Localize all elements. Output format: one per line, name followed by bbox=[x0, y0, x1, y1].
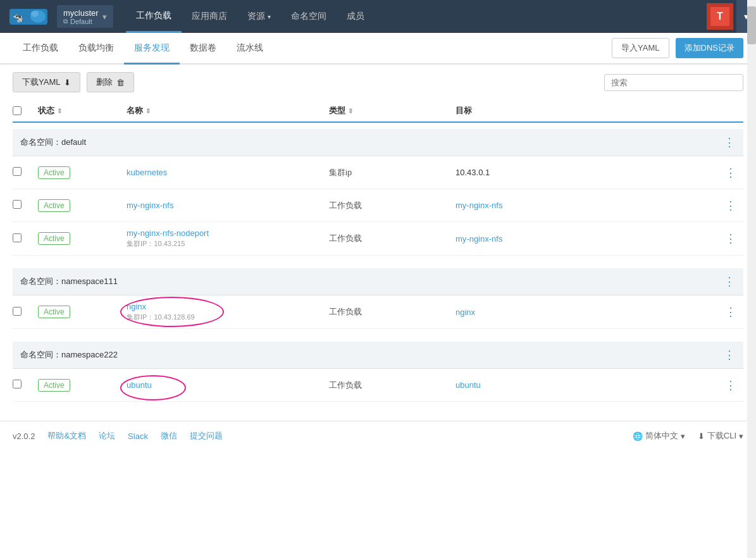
footer-link-help[interactable]: 帮助&文档 bbox=[47, 430, 86, 442]
ns-header-default: 命名空间：default ⋮ bbox=[13, 129, 743, 156]
table-row: Active ubuntu 工作负载 ubuntu ⋮ bbox=[13, 369, 743, 402]
nav-workload-label: 工作负载 bbox=[136, 10, 171, 22]
sub-tab-actions: 导入YAML 添加DNS记录 bbox=[612, 38, 743, 58]
status-badge-kubernetes: Active bbox=[38, 166, 70, 179]
toolbar: 下载YAML ⬇ 删除 🗑 bbox=[0, 65, 756, 100]
name-cell-nginx: nginx 集群IP：10.43.128.69 bbox=[127, 302, 329, 322]
ns-header-namespace111: 命名空间：namespace111 ⋮ bbox=[13, 268, 743, 295]
version: v2.0.2 bbox=[13, 431, 35, 441]
search-input[interactable] bbox=[604, 74, 743, 91]
row-checkbox-my-nginx-nfs[interactable] bbox=[13, 200, 22, 209]
logo: 🐄 bbox=[6, 4, 51, 29]
tab-workload[interactable]: 工作负载 bbox=[13, 33, 68, 65]
download-cli-label: 下载CLI bbox=[707, 430, 736, 442]
th-target: 目标 bbox=[455, 105, 718, 116]
sort-name-icon[interactable]: ⇕ bbox=[146, 108, 151, 115]
name-link-my-nginx-nfs-nodeport[interactable]: my-nginx-nfs-nodeport bbox=[127, 228, 329, 238]
tab-service-discovery[interactable]: 服务发现 bbox=[124, 33, 180, 65]
tab-pipeline[interactable]: 流水线 bbox=[226, 33, 273, 65]
nav-item-members[interactable]: 成员 bbox=[337, 0, 375, 33]
row-checkbox-kubernetes[interactable] bbox=[13, 167, 22, 176]
ns-group-namespace222: 命名空间：namespace222 ⋮ Active ubuntu 工作负载 u… bbox=[13, 342, 743, 402]
row-menu-my-nginx-nfs-nodeport[interactable]: ⋮ bbox=[718, 232, 743, 245]
footer: v2.0.2 帮助&文档 论坛 Slack 微信 提交问题 🌐 简体中文 ▾ ⬇… bbox=[0, 421, 756, 450]
language-arrow: ▾ bbox=[681, 431, 685, 441]
nginx-circle-highlight: nginx 集群IP：10.43.128.69 bbox=[127, 302, 329, 322]
sort-status-icon[interactable]: ⇕ bbox=[57, 108, 62, 115]
download-cli[interactable]: ⬇ 下载CLI ▾ bbox=[698, 430, 743, 442]
add-dns-button[interactable]: 添加DNS记录 bbox=[676, 38, 743, 58]
sub-text-my-nginx-nfs-nodeport: 集群IP：10.43.215 bbox=[127, 239, 329, 249]
target-link-nginx[interactable]: nginx bbox=[455, 307, 475, 317]
row-checkbox-ubuntu[interactable] bbox=[13, 380, 22, 388]
svg-text:🐄: 🐄 bbox=[13, 13, 24, 23]
type-my-nginx-nfs: 工作负载 bbox=[329, 200, 455, 211]
download-icon: ⬇ bbox=[64, 78, 71, 87]
footer-link-issue[interactable]: 提交问题 bbox=[190, 430, 223, 442]
ns-menu-default[interactable]: ⋮ bbox=[724, 135, 736, 149]
ns-group-namespace111: 命名空间：namespace111 ⋮ Active nginx 集群IP：10… bbox=[13, 268, 743, 329]
name-link-my-nginx-nfs[interactable]: my-nginx-nfs bbox=[127, 201, 329, 210]
table-row: Active nginx 集群IP：10.43.128.69 工作负载 ngin… bbox=[13, 295, 743, 329]
name-link-ubuntu[interactable]: ubuntu bbox=[127, 380, 152, 390]
target-link-ubuntu[interactable]: ubuntu bbox=[455, 380, 481, 390]
row-menu-my-nginx-nfs[interactable]: ⋮ bbox=[718, 199, 743, 213]
th-name: 名称 ⇕ bbox=[127, 105, 329, 116]
ns-title-namespace222: 命名空间：namespace222 bbox=[20, 349, 118, 361]
delete-icon: 🗑 bbox=[116, 78, 125, 87]
tab-load-balance[interactable]: 负载均衡 bbox=[68, 33, 124, 65]
delete-button[interactable]: 删除 🗑 bbox=[87, 72, 134, 92]
nav-item-workload[interactable]: 工作负载 bbox=[126, 0, 182, 33]
top-nav: 🐄 mycluster ⧉ Default ▾ 工作负载 应用商店 资源 ▾ bbox=[0, 0, 756, 33]
sub-text-nginx: 集群IP：10.43.128.69 bbox=[127, 313, 329, 322]
download-label: 下载YAML bbox=[22, 77, 60, 88]
language-label: 简体中文 bbox=[645, 430, 678, 442]
name-link-nginx[interactable]: nginx bbox=[127, 302, 146, 311]
table-header: 状态 ⇕ 名称 ⇕ 类型 ⇕ 目标 bbox=[13, 100, 743, 123]
import-yaml-button[interactable]: 导入YAML bbox=[612, 38, 669, 58]
ns-menu-namespace111[interactable]: ⋮ bbox=[724, 275, 736, 288]
row-checkbox-nginx[interactable] bbox=[13, 307, 22, 316]
target-link-my-nginx-nfs-nodeport[interactable]: my-nginx-nfs bbox=[455, 234, 502, 244]
cluster-selector[interactable]: mycluster ⧉ Default ▾ bbox=[57, 5, 113, 28]
footer-link-slack[interactable]: Slack bbox=[128, 431, 148, 441]
ns-title-default: 命名空间：default bbox=[20, 137, 86, 148]
cluster-sub: Default bbox=[70, 18, 92, 25]
table-row: Active kubernetes 集群ip 10.43.0.1 ⋮ bbox=[13, 156, 743, 189]
delete-label: 删除 bbox=[96, 77, 113, 88]
row-menu-kubernetes[interactable]: ⋮ bbox=[718, 166, 743, 180]
nav-item-resources[interactable]: 资源 ▾ bbox=[237, 0, 281, 33]
footer-link-wechat[interactable]: 微信 bbox=[161, 430, 177, 442]
ns-menu-namespace222[interactable]: ⋮ bbox=[724, 348, 736, 362]
scrollbar-track bbox=[747, 0, 756, 450]
name-cell-kubernetes: kubernetes bbox=[127, 168, 329, 177]
svg-point-3 bbox=[31, 11, 39, 17]
target-link-my-nginx-nfs[interactable]: my-nginx-nfs bbox=[455, 201, 502, 210]
select-all-checkbox[interactable] bbox=[13, 106, 22, 115]
row-menu-nginx[interactable]: ⋮ bbox=[718, 305, 743, 319]
nav-item-appstore[interactable]: 应用商店 bbox=[182, 0, 237, 33]
name-link-kubernetes[interactable]: kubernetes bbox=[127, 168, 329, 177]
nav-resources-arrow: ▾ bbox=[268, 13, 271, 20]
footer-link-forum[interactable]: 论坛 bbox=[99, 430, 115, 442]
sort-type-icon[interactable]: ⇕ bbox=[348, 108, 353, 115]
scrollbar-thumb[interactable] bbox=[747, 6, 756, 44]
download-cli-icon: ⬇ bbox=[698, 431, 705, 441]
type-kubernetes: 集群ip bbox=[329, 167, 455, 178]
nav-item-namespace[interactable]: 命名空间 bbox=[281, 0, 337, 33]
download-yaml-button[interactable]: 下载YAML ⬇ bbox=[13, 72, 80, 92]
row-menu-ubuntu[interactable]: ⋮ bbox=[718, 378, 743, 392]
type-my-nginx-nfs-nodeport: 工作负载 bbox=[329, 233, 455, 244]
ubuntu-circle-highlight: ubuntu bbox=[127, 380, 329, 390]
nav-appstore-label: 应用商店 bbox=[192, 11, 227, 22]
ns-title-namespace111: 命名空间：namespace111 bbox=[20, 276, 118, 287]
user-avatar[interactable]: T bbox=[707, 3, 733, 30]
status-badge-ubuntu: Active bbox=[38, 379, 70, 392]
status-badge-my-nginx-nfs-nodeport: Active bbox=[38, 232, 70, 245]
row-checkbox-my-nginx-nfs-nodeport[interactable] bbox=[13, 233, 22, 242]
language-selector[interactable]: 🌐 简体中文 ▾ bbox=[633, 430, 685, 442]
cluster-arrow: ▾ bbox=[102, 12, 107, 22]
type-ubuntu: 工作负载 bbox=[329, 380, 455, 391]
type-nginx: 工作负载 bbox=[329, 306, 455, 318]
tab-volumes[interactable]: 数据卷 bbox=[180, 33, 226, 65]
